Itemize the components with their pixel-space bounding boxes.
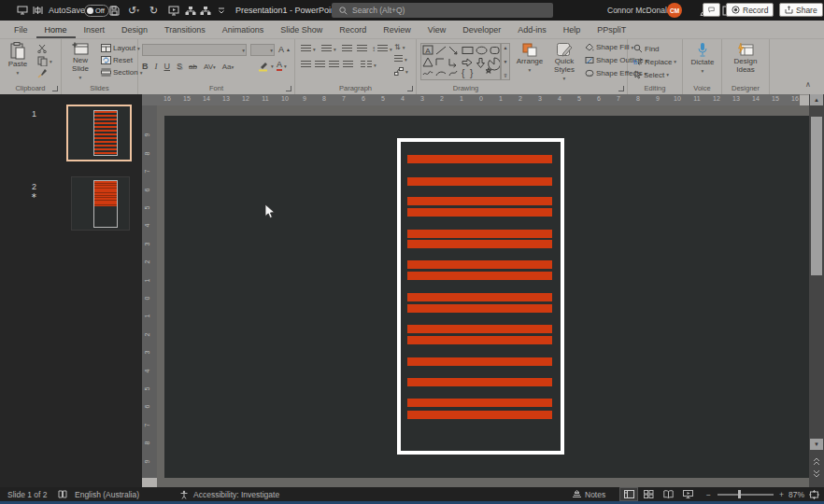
language-indicator[interactable]: English (Australia) xyxy=(75,487,139,501)
line-spacing-button[interactable]: ↕▾ xyxy=(372,45,392,53)
decrease-indent-button[interactable] xyxy=(342,45,352,53)
bullets-button[interactable]: ▾ xyxy=(301,45,316,53)
increase-font-size-button[interactable]: A▲ xyxy=(278,45,291,54)
present-icon[interactable] xyxy=(17,0,28,21)
new-slide-button[interactable]: New Slide▾ xyxy=(65,42,95,80)
avatar[interactable]: CM xyxy=(667,3,682,18)
zoom-in-button[interactable]: + xyxy=(779,487,784,501)
font-size-combobox[interactable]: ▾ xyxy=(250,44,275,56)
convert-to-smartart-button[interactable]: ▾ xyxy=(394,67,408,76)
highlight-color-button[interactable]: ▾ xyxy=(258,61,274,72)
tab-add-ins[interactable]: Add-ins xyxy=(509,21,555,38)
align-left-button[interactable] xyxy=(301,61,311,69)
previous-slide-button[interactable] xyxy=(810,456,823,467)
tab-transitions[interactable]: Transitions xyxy=(156,21,214,38)
columns-button[interactable]: ▾ xyxy=(361,61,376,69)
slideshow-view-button[interactable] xyxy=(679,488,696,500)
scroll-down-icon[interactable]: ▼ xyxy=(504,59,508,64)
zoom-out-button[interactable]: − xyxy=(706,487,711,501)
bold-button[interactable]: B xyxy=(142,62,149,71)
redo-icon[interactable]: ↻ xyxy=(149,0,158,21)
increase-indent-button[interactable] xyxy=(357,45,367,53)
replace-button[interactable]: b Replace▾ xyxy=(633,57,676,66)
reset-button[interactable]: Reset xyxy=(101,56,133,64)
font-name-combobox[interactable]: ▾ xyxy=(142,44,247,56)
accessibility-status[interactable]: Accessibility: Investigate xyxy=(193,487,279,501)
search-input[interactable]: Search (Alt+Q) xyxy=(332,3,553,18)
select-button[interactable]: Select▾ xyxy=(633,70,669,79)
tab-insert[interactable]: Insert xyxy=(76,21,114,38)
scrollbar-thumb[interactable] xyxy=(811,117,822,275)
horizontal-ruler[interactable]: 1615141312111098765432101234567891011121… xyxy=(157,94,800,105)
font-color-button[interactable]: A▾ xyxy=(277,61,287,71)
tab-help[interactable]: Help xyxy=(555,21,590,38)
tab-view[interactable]: View xyxy=(419,21,454,38)
shape-fill-button[interactable]: Shape Fill▾ xyxy=(585,43,633,51)
zoom-percent[interactable]: 87% xyxy=(788,487,804,501)
start-slideshow-icon[interactable] xyxy=(168,0,179,21)
arrange-button[interactable]: Arrange▾ xyxy=(514,42,546,73)
underline-button[interactable]: U xyxy=(164,62,171,71)
zoom-slider-track[interactable] xyxy=(717,494,774,496)
slide-canvas[interactable] xyxy=(164,116,809,478)
shape-gallery[interactable]: A { xyxy=(420,43,501,80)
shape-gallery-scroll[interactable]: ▲▼⊽ xyxy=(501,43,510,80)
collapse-ribbon-icon[interactable]: ∧ xyxy=(805,80,811,89)
quick-styles-button[interactable]: Quick Styles▾ xyxy=(547,42,581,81)
design-ideas-button[interactable]: Design Ideas xyxy=(727,42,764,75)
tab-ppsplit[interactable]: PPspliT xyxy=(589,21,634,38)
align-right-button[interactable] xyxy=(329,61,339,69)
slide-indicator[interactable]: Slide 1 of 2 xyxy=(7,487,48,501)
spellcheck-icon[interactable] xyxy=(58,487,67,501)
slide-thumbnail-1[interactable] xyxy=(66,105,132,161)
vertical-ruler[interactable]: 9876543210123456789 xyxy=(142,105,157,478)
text-shadow-button[interactable]: S xyxy=(177,62,182,71)
customize-qat-icon[interactable] xyxy=(218,0,225,21)
next-slide-button[interactable] xyxy=(810,469,823,479)
undo-icon[interactable]: ↺▾ xyxy=(128,0,139,21)
find-button[interactable]: Find xyxy=(633,44,660,53)
zoom-slider-thumb[interactable] xyxy=(738,490,741,498)
gallery-more-icon[interactable]: ⊽ xyxy=(504,73,507,78)
align-text-button[interactable]: ▾ xyxy=(394,55,407,63)
reading-view-button[interactable] xyxy=(660,488,676,500)
drawing-dialog-launcher-icon[interactable] xyxy=(618,86,624,91)
scroll-up-icon[interactable]: ▲ xyxy=(810,94,823,105)
hierarchy-icon[interactable] xyxy=(185,0,196,21)
dictate-button[interactable]: Dictate▾ xyxy=(687,42,718,74)
vertical-scrollbar[interactable]: ▲ ▼ xyxy=(809,94,824,487)
change-case-button[interactable]: Aa▾ xyxy=(222,63,234,71)
strikethrough-button[interactable]: ab xyxy=(189,63,197,71)
paste-button[interactable]: Paste▾ xyxy=(4,42,32,76)
striped-rectangle[interactable] xyxy=(397,138,564,455)
font-dialog-launcher-icon[interactable] xyxy=(286,86,291,91)
normal-view-button[interactable] xyxy=(620,488,637,500)
hierarchy-add-icon[interactable] xyxy=(200,0,211,21)
format-painter-button[interactable] xyxy=(37,68,48,78)
animation-indicator-icon[interactable]: ∗ xyxy=(31,191,37,200)
share-button[interactable]: Share xyxy=(779,3,823,17)
italic-button[interactable]: I xyxy=(155,62,158,71)
tab-design[interactable]: Design xyxy=(113,21,156,38)
autosave-toggle[interactable]: Off xyxy=(84,0,109,21)
cut-button[interactable] xyxy=(37,44,48,53)
record-button[interactable]: Record xyxy=(726,3,774,17)
scroll-up-icon[interactable]: ▲ xyxy=(504,45,508,50)
tab-record[interactable]: Record xyxy=(331,21,375,38)
scroll-down-icon[interactable]: ▼ xyxy=(810,439,823,450)
accessibility-icon[interactable] xyxy=(179,487,189,501)
fit-to-window-icon[interactable] xyxy=(809,487,819,501)
tab-home[interactable]: Home xyxy=(36,21,76,38)
section-button[interactable]: Section▾ xyxy=(101,68,142,77)
tab-developer[interactable]: Developer xyxy=(454,21,509,38)
account-name[interactable]: Connor McDonald xyxy=(607,0,672,21)
align-center-button[interactable] xyxy=(315,61,325,69)
save-icon[interactable] xyxy=(109,0,120,21)
layout-button[interactable]: Layout▾ xyxy=(101,44,140,52)
numbering-button[interactable]: ▾ xyxy=(321,45,336,53)
character-spacing-button[interactable]: AV▾ xyxy=(204,63,216,71)
tab-slide-show[interactable]: Slide Show xyxy=(272,21,331,38)
tab-file[interactable]: File xyxy=(6,21,36,38)
copy-button[interactable]: ▾ xyxy=(37,56,52,66)
clipboard-dialog-launcher-icon[interactable] xyxy=(52,86,58,91)
